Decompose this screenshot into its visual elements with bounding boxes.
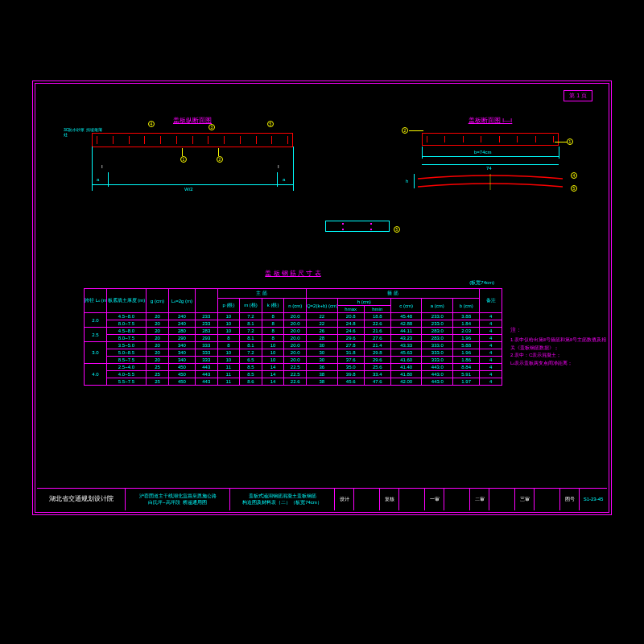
cell-g: 25 [147, 378, 169, 386]
section-mark-I-right: I [278, 164, 279, 169]
cell-r: 4 [480, 378, 502, 386]
table-row: 8.0~7.520240233108.1820.02224.822.642.88… [85, 320, 502, 328]
cell-r: 4 [480, 320, 502, 328]
cell-L0: 450 [168, 378, 195, 386]
cell-b: 1.97 [453, 378, 480, 386]
cell-a: 443.0 [422, 378, 453, 386]
cell-n: 20.0 [284, 342, 307, 349]
tb-audit3-val [535, 489, 560, 510]
cell-a: 333.0 [422, 349, 453, 357]
cell-L0: 290 [168, 335, 195, 342]
cell-n: 22.6 [284, 378, 307, 386]
cell-fill: 5.5~7.5 [106, 378, 147, 386]
cell-span: 4.0 [85, 364, 107, 386]
drawing-frame-inner: 第 1 页 盖板纵断面图 3C防水砂浆 找坡最薄处 1 2 3 4 5 a [35, 83, 609, 513]
cell-m: 7.2 [240, 328, 262, 335]
cell-c: 41.40 [390, 364, 422, 371]
table-body: 2.04.5~8.020240233107.2820.02220.818.845… [85, 313, 502, 386]
note-item-3: L₀表示盖板两支点间净距离； [510, 360, 607, 368]
cell-p: 10 [217, 313, 240, 320]
cell-k: 8 [262, 335, 284, 342]
th-g: g (cm) [147, 289, 169, 313]
th-span: 跨径 L₀ (m) [85, 289, 107, 313]
cell-r: 4 [480, 328, 502, 335]
cell-hmin: 25.6 [364, 364, 390, 371]
cell-b: 1.96 [453, 349, 480, 357]
cell-k: 8 [262, 320, 284, 328]
dim-h [414, 174, 415, 188]
rebar-label-1: 1 [180, 156, 187, 163]
right-drawing-title: 盖板断面图 I—I [398, 116, 583, 125]
th-c: c (cm) [390, 299, 422, 313]
tb-audit3: 三审 [520, 497, 530, 503]
th-L0: L₀=2g (m) [168, 289, 195, 313]
table-title: 盖 板 钢 筋 尺 寸 表 [84, 269, 502, 278]
cell-L0: 240 [168, 320, 195, 328]
cell-k: 10 [262, 349, 284, 357]
rebar-label-4b: 4 [571, 172, 577, 179]
dim-text-W: W/2 [184, 187, 193, 192]
tb-design: 设计 [340, 497, 349, 503]
cell-m: 8.5 [240, 364, 262, 371]
cell-hmin: 29.8 [364, 349, 390, 357]
cell-g: 25 [147, 371, 169, 378]
table-row: 5.5~7.525450443118.61422.63845.647.642.0… [85, 378, 502, 386]
dim-line-74b [422, 164, 559, 165]
cell-b: 1.86 [453, 357, 480, 364]
cell-b: 5.88 [453, 342, 480, 349]
cell-m: 8.5 [240, 371, 262, 378]
cell-c: 41.60 [390, 357, 422, 364]
cell-g: 20 [147, 313, 169, 320]
th-remark: 备注 [480, 289, 502, 313]
cell-col: 233 [195, 320, 217, 328]
cell-r: 4 [480, 313, 502, 320]
rebar-label-2: 2 [217, 156, 223, 163]
cell-hmax: 27.8 [337, 342, 364, 349]
leader-line [182, 148, 183, 156]
tb-audit2-val [489, 489, 515, 510]
cell-n: 20.0 [284, 357, 307, 364]
cell-m: 8.1 [240, 342, 262, 349]
cell-col: 293 [195, 335, 217, 342]
cell-col: 283 [195, 328, 217, 335]
leader-line [555, 142, 568, 142]
cell-col: 333 [195, 342, 217, 349]
cell-n: 20.0 [284, 335, 307, 342]
dim-ext [422, 147, 423, 159]
cell-hmax: 37.6 [337, 357, 364, 364]
leader-line [218, 148, 219, 156]
cell-p: 10 [217, 328, 240, 335]
cell-hmax: 31.8 [337, 349, 364, 357]
cell-g: 20 [147, 320, 169, 328]
cell-r: 4 [480, 357, 502, 364]
slab-cross [422, 133, 559, 146]
cell-L0: 340 [168, 342, 195, 349]
dim-ext [559, 147, 559, 159]
tb-proj2: 白氏坪~高坪段 桥涵通用图 [148, 500, 207, 506]
cell-a: 333.0 [422, 357, 453, 364]
tb-org: 湖北省交通规划设计院 [49, 495, 114, 503]
cell-hmin: 21.4 [364, 342, 390, 349]
rebar-label-5: 5 [267, 121, 274, 127]
cell-m: 8.1 [240, 335, 262, 342]
dim-text-74: b=74cm [474, 150, 492, 155]
rebar-stirrups [97, 136, 288, 144]
cell-hmin: 21.6 [364, 328, 390, 335]
cell-k: 14 [262, 371, 284, 378]
cell-g: 25 [147, 364, 169, 371]
cell-r: 4 [480, 371, 502, 378]
cell-a: 443.0 [422, 364, 453, 371]
dim-text-a-left: a [97, 177, 99, 182]
cell-c: 43.23 [390, 335, 422, 342]
cell-fill: 4.5~8.0 [106, 328, 147, 335]
cell-hmin: 22.6 [364, 320, 390, 328]
page-number-tag: 第 1 页 [564, 90, 592, 101]
cell-hmax: 45.6 [337, 378, 364, 386]
table-row: 3.03.5~5.02034033388.11020.03027.821.443… [85, 342, 502, 349]
th-b: b (cm) [453, 299, 480, 313]
cell-a: 283.0 [422, 328, 453, 335]
tb-dwgno-label: 图号 [565, 497, 575, 503]
th-n: n (cm) [284, 299, 307, 313]
cell-fill: 4.5~8.0 [106, 313, 147, 320]
leader-line [409, 130, 423, 131]
